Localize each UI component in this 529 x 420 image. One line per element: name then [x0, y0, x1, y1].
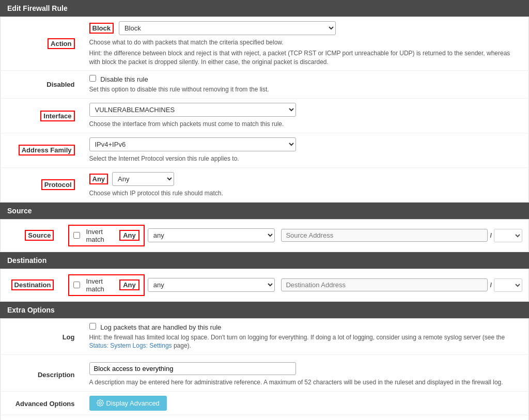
action-select[interactable]: Block Pass Reject [119, 21, 336, 35]
advanced-options-content-cell: Display Advanced [83, 391, 529, 415]
destination-invert-checkbox[interactable] [73, 282, 80, 288]
log-label-cell: Log [1, 318, 83, 355]
destination-title: Destination [7, 256, 46, 265]
destination-row: Destination Invert match Any any Single … [1, 269, 529, 301]
page-wrapper: Edit Firewall Rule Action Block Block Pa… [0, 0, 529, 420]
source-type-select[interactable]: any Single host or alias Network [148, 228, 275, 242]
action-value: Block [89, 23, 114, 34]
log-help2: page). [172, 342, 191, 349]
log-help: Hint: the firewall has limited local log… [89, 333, 523, 351]
disabled-checkbox-label: Disable this rule [100, 75, 148, 83]
interface-help: Choose the interface from which packets … [89, 120, 523, 129]
address-family-select[interactable]: IPv4+IPv6 IPv4 IPv6 [89, 137, 296, 151]
advanced-options-label-cell: Advanced Options [1, 391, 83, 415]
log-checkbox-label: Log packets that are handled by this rul… [100, 323, 221, 331]
destination-slash: / [489, 281, 493, 289]
protocol-help: Choose which IP protocol this rule shoul… [89, 189, 523, 198]
protocol-content-cell: Any Any TCP UDP ICMP Choose which IP pro… [83, 167, 529, 202]
source-form-table: Source Invert match Any any Single host … [0, 219, 529, 252]
source-addr-group: / 24 32 [281, 229, 522, 242]
destination-label-cell: Destination [1, 269, 63, 301]
interface-select[interactable]: VULNERABLEMACHINES WAN LAN [89, 103, 296, 117]
address-family-label: Address Family [19, 145, 75, 155]
source-invert-label: Invert match [86, 228, 116, 243]
main-form-table: Action Block Block Pass Reject Choose wh… [0, 17, 529, 203]
disabled-label: Disabled [46, 81, 74, 88]
log-content-cell: Log packets that are handled by this rul… [83, 318, 529, 355]
disabled-label-cell: Disabled [1, 71, 83, 99]
description-help: A description may be entered here for ad… [89, 378, 523, 387]
display-advanced-button[interactable]: Display Advanced [89, 396, 167, 411]
source-slash: / [489, 231, 493, 239]
destination-section-header: Destination [0, 252, 529, 269]
save-label-cell [1, 415, 83, 420]
source-invert-checkbox[interactable] [73, 232, 80, 239]
main-title: Edit Firewall Rule [7, 4, 68, 12]
log-label: Log [63, 333, 75, 341]
source-label: Source [25, 230, 54, 241]
interface-label-cell: Interface [1, 99, 83, 133]
action-content-cell: Block Block Pass Reject Choose what to d… [83, 17, 529, 71]
disabled-checkbox[interactable] [89, 75, 96, 82]
disabled-help: Set this option to disable this rule wit… [89, 85, 523, 94]
destination-mask-select[interactable]: 24 32 [494, 278, 522, 292]
disabled-content-cell: Disable this rule Set this option to dis… [83, 71, 529, 99]
destination-label: Destination [11, 279, 54, 290]
description-row: Description A description may be entered… [1, 355, 529, 392]
protocol-label: Protocol [41, 179, 75, 190]
destination-any-badge: Any [119, 279, 139, 290]
destination-controls-row: Invert match Any any Single host or alia… [68, 274, 522, 296]
interface-content-cell: VULNERABLEMACHINES WAN LAN Choose the in… [83, 99, 529, 133]
address-family-row: Address Family IPv4+IPv6 IPv4 IPv6 Selec… [1, 133, 529, 167]
description-input[interactable] [89, 362, 296, 375]
source-address-input[interactable] [281, 229, 488, 242]
action-row: Action Block Block Pass Reject Choose wh… [1, 17, 529, 71]
save-content-cell: Save [83, 415, 529, 420]
log-checkbox[interactable] [89, 323, 96, 330]
destination-invert-label: Invert match [86, 277, 116, 293]
destination-form-table: Destination Invert match Any any Single … [0, 269, 529, 302]
log-help1: Hint: the firewall has limited local log… [89, 334, 505, 341]
description-label: Description [38, 371, 75, 379]
destination-addr-group: / 24 32 [281, 278, 522, 292]
address-family-content-cell: IPv4+IPv6 IPv4 IPv6 Select the Internet … [83, 133, 529, 167]
source-content-cell: Invert match Any any Single host or alia… [62, 219, 528, 252]
source-any-badge: Any [119, 230, 139, 241]
interface-row: Interface VULNERABLEMACHINES WAN LAN Cho… [1, 99, 529, 133]
protocol-label-cell: Protocol [1, 167, 83, 202]
action-label: Action [48, 38, 74, 49]
log-row: Log Log packets that are handled by this… [1, 318, 529, 355]
advanced-options-label: Advanced Options [15, 400, 75, 408]
disabled-row: Disabled Disable this rule Set this opti… [1, 71, 529, 99]
extra-section-header: Extra Options [0, 302, 529, 318]
source-label-cell: Source [1, 219, 63, 252]
source-controls-row: Invert match Any any Single host or alia… [68, 225, 522, 246]
source-row: Source Invert match Any any Single host … [1, 219, 529, 252]
extra-title: Extra Options [7, 306, 55, 314]
advanced-options-row: Advanced Options Display Advanced [1, 391, 529, 415]
gear-icon [97, 399, 104, 407]
display-advanced-label: Display Advanced [106, 399, 160, 407]
extra-form-table: Log Log packets that are handled by this… [0, 318, 529, 420]
log-link[interactable]: Status: System Logs: Settings [89, 342, 172, 349]
protocol-value: Any [89, 174, 108, 184]
destination-content-cell: Invert match Any any Single host or alia… [62, 269, 528, 301]
save-row: Save [1, 415, 529, 420]
address-family-label-cell: Address Family [1, 133, 83, 167]
description-label-cell: Description [1, 355, 83, 392]
action-label-cell: Action [1, 17, 83, 71]
interface-label: Interface [40, 111, 74, 121]
address-family-help: Select the Internet Protocol version thi… [89, 154, 523, 163]
destination-type-select[interactable]: any Single host or alias Network [148, 278, 275, 292]
source-section-header: Source [0, 203, 529, 219]
action-help2: Hint: the difference between block and r… [89, 49, 523, 67]
main-section-header: Edit Firewall Rule [0, 0, 529, 17]
description-content-cell: A description may be entered here for ad… [83, 355, 529, 392]
source-title: Source [7, 207, 32, 215]
destination-address-input[interactable] [281, 278, 488, 291]
protocol-row: Protocol Any Any TCP UDP ICMP Choose whi… [1, 167, 529, 202]
source-mask-select[interactable]: 24 32 [494, 229, 522, 242]
action-help1: Choose what to do with packets that matc… [89, 38, 523, 47]
protocol-select[interactable]: Any TCP UDP ICMP [112, 172, 174, 186]
